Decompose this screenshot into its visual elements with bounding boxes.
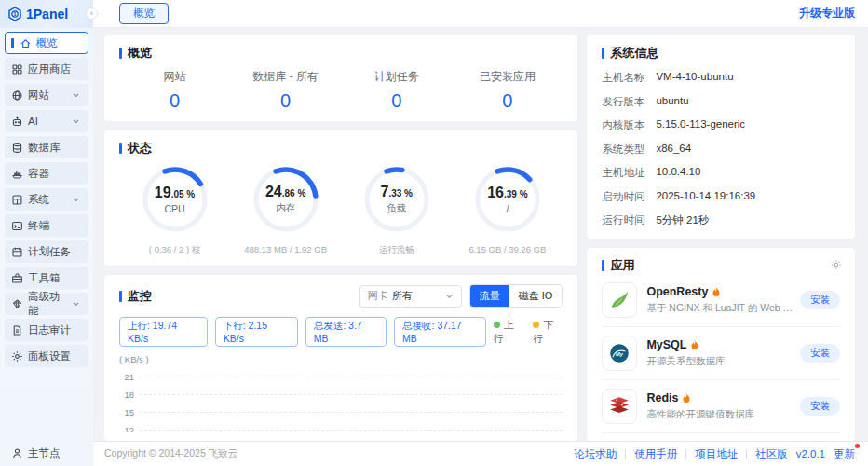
sidebar-item-cronjob[interactable]: 计划任务 xyxy=(5,240,88,263)
gauge-load[interactable]: 7.33 % 负载 运行流畅 xyxy=(341,164,452,256)
version-text: v2.0.1 xyxy=(796,448,825,459)
app-row-openresty: OpenResty 基于 NGINX 和 LuaJIT 的 Web 平台 安装 xyxy=(602,274,840,327)
disk-io-tab[interactable]: 磁盘 IO xyxy=(509,285,563,307)
stat-value[interactable]: 0 xyxy=(341,90,452,112)
copyright-text: Copyright © 2014-2025 飞致云 xyxy=(104,447,237,460)
hot-flame-icon xyxy=(682,392,691,404)
sidebar-item-label: 系统 xyxy=(28,193,49,207)
chart-legend: 上行 下行 xyxy=(494,318,563,346)
legend-down[interactable]: 下行 xyxy=(533,318,563,346)
overview-card: 概览 网站 0 数据库 - 所有 0 计划任务 0 xyxy=(104,35,577,121)
master-node-label: 主节点 xyxy=(28,446,61,460)
sidebar-item-terminal[interactable]: 终端 xyxy=(5,214,88,237)
sidebar-item-label: 网站 xyxy=(28,89,49,103)
apps-header: 应用 xyxy=(602,257,840,274)
upgrade-pro-link[interactable]: 升级专业版 xyxy=(799,6,855,21)
app-name[interactable]: OpenResty xyxy=(646,285,708,298)
gauge-label: / xyxy=(506,203,509,214)
update-link[interactable]: 更新 xyxy=(834,447,855,461)
logs-icon xyxy=(11,324,23,336)
nic-select-prefix: 网卡 xyxy=(368,289,388,303)
divider xyxy=(746,449,747,459)
1panel-logo-icon: 1 xyxy=(7,7,22,21)
sidebar-item-ai[interactable]: AI xyxy=(5,110,88,132)
sidebar-item-settings[interactable]: 面板设置 xyxy=(5,345,88,367)
gauge-caption: ( 0.36 / 2 ) 核 xyxy=(149,244,200,256)
monitor-header: 监控 xyxy=(119,288,152,305)
sidebar-item-label: 终端 xyxy=(28,219,49,233)
sidebar-item-container[interactable]: 容器 xyxy=(5,162,88,185)
info-row-boot-time: 启动时间 2025-10-14 19:16:39 xyxy=(602,190,840,204)
sidebar-collapse-button[interactable]: ‹ xyxy=(86,7,98,20)
sidebar-item-advanced[interactable]: 高级功能 xyxy=(5,293,88,315)
manual-link[interactable]: 使用手册 xyxy=(634,447,677,461)
info-row-arch: 系统类型 x86_64 xyxy=(602,143,840,157)
update-badge-dot xyxy=(855,444,860,448)
stat-label: 已安装应用 xyxy=(452,69,563,85)
logo-text: 1Panel xyxy=(26,7,68,21)
footer-links: 论坛求助 使用手册 项目地址 社区版 v2.0.1 更新 xyxy=(574,447,855,461)
gridline xyxy=(140,430,563,431)
forum-help-link[interactable]: 论坛求助 xyxy=(574,447,617,461)
info-row-kernel: 内核版本 5.15.0-113-generic xyxy=(602,118,840,132)
tab-strip: 概览 升级专业版 xyxy=(93,0,868,28)
info-row-distro: 发行版本 ubuntu xyxy=(602,95,840,109)
install-button[interactable]: 安装 xyxy=(800,397,840,416)
section-bar xyxy=(119,48,122,59)
sidebar-item-label: 概览 xyxy=(36,36,58,50)
stat-value[interactable]: 0 xyxy=(452,90,563,112)
gauge-caption: 6.15 GB / 39.26 GB xyxy=(468,244,546,254)
sidebar-item-overview[interactable]: 概览 xyxy=(5,32,88,54)
status-card: 状态 19.05 % CPU xyxy=(104,130,577,266)
stat-value[interactable]: 0 xyxy=(119,90,230,112)
gauge-memory[interactable]: 24.86 % 内存 488.13 MB / 1.92 GB xyxy=(230,164,341,256)
sidebar-item-toolbox[interactable]: 工具箱 xyxy=(5,267,88,289)
y-tick: 12 xyxy=(119,425,140,432)
app-row-redis: Redis 高性能的开源键值数据库 安装 xyxy=(602,380,840,433)
gridline xyxy=(140,394,563,395)
chevron-down-icon xyxy=(445,292,454,300)
sidebar-item-label: 计划任务 xyxy=(28,245,71,259)
main-column: 概览 网站 0 数据库 - 所有 0 计划任务 0 xyxy=(104,35,577,441)
sidebar-item-logs[interactable]: 日志审计 xyxy=(5,319,88,341)
section-bar xyxy=(119,291,122,302)
install-button[interactable]: 安装 xyxy=(800,291,840,309)
master-node-switcher[interactable]: 主节点 xyxy=(0,441,93,466)
stat-value[interactable]: 0 xyxy=(230,90,341,112)
install-button[interactable]: 安装 xyxy=(800,344,840,363)
sidebar-item-label: 面板设置 xyxy=(28,350,71,363)
active-bar xyxy=(11,38,14,48)
sidebar-item-label: 数据库 xyxy=(28,141,61,155)
gear-icon xyxy=(11,350,23,363)
legend-up[interactable]: 上行 xyxy=(494,318,523,346)
edition-label: 社区版 xyxy=(755,447,788,461)
app-name[interactable]: Redis xyxy=(646,391,678,404)
sidebar-item-label: 日志审计 xyxy=(28,323,71,337)
sidebar-item-appstore[interactable]: 应用商店 xyxy=(5,58,88,80)
home-icon xyxy=(20,37,32,49)
app-row-mysql: My MySQL 开源关系型数据库 安装 xyxy=(602,327,840,380)
app-row-maxkb: MaxKB 强大易用的企业级智能体平台 安装 xyxy=(602,433,840,441)
toolbox-icon xyxy=(11,272,23,284)
traffic-tab[interactable]: 流量 xyxy=(470,285,509,307)
diamond-icon xyxy=(11,298,23,310)
gauge-cpu[interactable]: 19.05 % CPU ( 0.36 / 2 ) 核 xyxy=(119,164,230,256)
gauge-caption: 488.13 MB / 1.92 GB xyxy=(244,244,327,254)
robot-icon xyxy=(11,116,23,128)
project-link[interactable]: 项目地址 xyxy=(695,447,738,461)
sidebar-item-database[interactable]: 数据库 xyxy=(5,136,88,158)
legend-up-dot xyxy=(494,322,500,328)
app-name[interactable]: MySQL xyxy=(646,338,686,351)
info-row-uptime: 运行时间 5分钟 21秒 xyxy=(602,213,840,227)
status-title: 状态 xyxy=(128,140,152,157)
apps-title: 应用 xyxy=(610,257,634,274)
sidebar-item-system[interactable]: 系统 xyxy=(5,188,88,211)
gauge-label: 内存 xyxy=(276,202,295,215)
sidebar-item-website[interactable]: 网站 xyxy=(5,84,88,106)
apps-settings-gear-icon[interactable] xyxy=(831,259,842,270)
monitor-mode-switch: 流量 磁盘 IO xyxy=(469,284,563,308)
nic-select[interactable]: 网卡 所有 xyxy=(359,285,462,308)
up-speed-chip: 上行: 19.74 KB/s xyxy=(119,317,208,347)
tab-overview[interactable]: 概览 xyxy=(119,3,169,24)
gauge-disk-root[interactable]: 16.39 % / 6.15 GB / 39.26 GB xyxy=(452,164,563,256)
